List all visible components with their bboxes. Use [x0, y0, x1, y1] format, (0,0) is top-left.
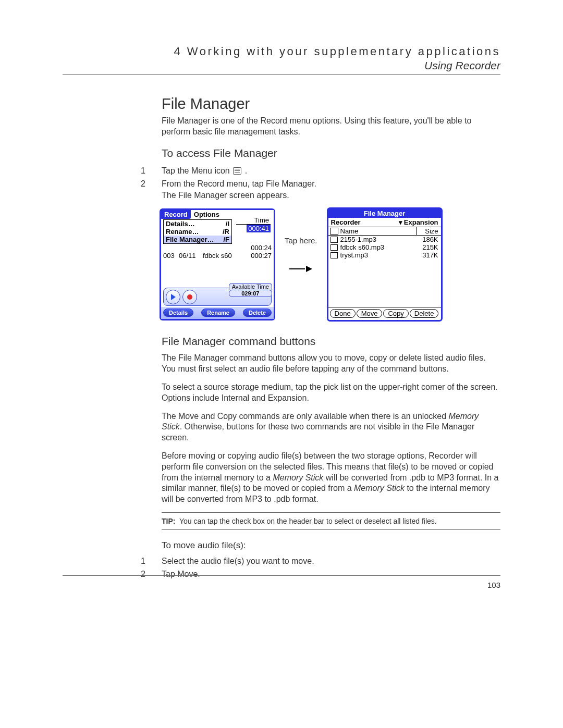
playback-controls: Available Time 029:07 [163, 288, 272, 306]
move-step-2: Tap Move. [162, 568, 500, 580]
menu-item-details[interactable]: Details… /I [164, 220, 231, 228]
file-checkbox[interactable] [331, 237, 338, 243]
col-size: Size [417, 227, 439, 235]
step-1: Tap the Menu icon . [162, 165, 500, 177]
footer-rule [63, 575, 500, 576]
cmd-paragraph-3: The Move and Copy commands are only avai… [162, 411, 500, 443]
file-row[interactable]: 2155-1.mp3 186K [328, 236, 441, 243]
step-2: From the Record menu, tap File Manager. … [162, 178, 500, 202]
time-selected: 000:41 [247, 225, 271, 232]
intro-paragraph: File Manager is one of the Record menu o… [162, 116, 500, 138]
copy-button[interactable]: Copy [383, 309, 408, 318]
done-button[interactable]: Done [330, 309, 356, 318]
menu-item-file-manager[interactable]: File Manager… /F [164, 236, 231, 243]
file-row[interactable]: tryst.mp3 317K [328, 251, 441, 259]
subheading-access: To access File Manager [162, 147, 500, 159]
menu-icon [233, 167, 241, 175]
record-button[interactable] [182, 290, 197, 304]
tip-label: TIP: [162, 517, 175, 525]
tap-here-label: Tap here. [285, 236, 317, 245]
file-checkbox[interactable] [331, 252, 338, 258]
file-checkbox[interactable] [331, 244, 338, 251]
select-all-checkbox[interactable] [330, 228, 338, 235]
record-dropdown: Details… /I Rename… /R File Manager… /F [163, 219, 232, 244]
record-screen: Record Options Details… /I Rename… /R Fi… [160, 208, 275, 320]
step-2-note: The File Manager screen appears. [162, 190, 500, 201]
subheading-command-buttons: File Manager command buttons [162, 335, 500, 348]
fm-title: File Manager [328, 209, 441, 218]
available-time-value: 029:07 [229, 290, 272, 297]
header-rule [63, 74, 500, 75]
file-manager-screen: File Manager Recorder Expansion Name Siz… [327, 207, 443, 322]
fm-source-picker[interactable]: Expansion [399, 218, 438, 226]
cmd-paragraph-4: Before moving or copying audio file(s) b… [162, 451, 500, 505]
menu-item-rename[interactable]: Rename… /R [164, 228, 231, 236]
chapter-subtitle: Using Recorder [63, 59, 500, 72]
arrow-icon [289, 266, 312, 272]
file-row[interactable]: fdbck s60.mp3 215K [328, 243, 441, 251]
play-button[interactable] [166, 290, 180, 304]
col-name: Name [340, 227, 417, 235]
details-button[interactable]: Details [163, 309, 193, 317]
time-header: Time [236, 216, 271, 225]
tab-options[interactable]: Options [191, 210, 223, 219]
tip-box: TIP: You can tap the check box on the he… [162, 512, 500, 530]
page-number: 103 [487, 581, 500, 589]
cmd-paragraph-2: To select a source storage medium, tap t… [162, 382, 500, 404]
cmd-paragraph-1: The File Manager command buttons allow y… [162, 353, 500, 375]
delete-button[interactable]: Delete [243, 309, 272, 317]
rename-button[interactable]: Rename [201, 309, 235, 317]
move-button[interactable]: Move [357, 309, 383, 318]
subheading-move: To move audio file(s): [162, 540, 500, 551]
fm-delete-button[interactable]: Delete [410, 309, 439, 318]
fm-app-label: Recorder [331, 218, 361, 226]
tab-record[interactable]: Record [161, 210, 191, 219]
available-time-label: Available Time [229, 283, 272, 290]
list-row: 003 06/11 fdbck s60 000:27 [161, 252, 274, 260]
list-row: 000:24 [161, 244, 274, 252]
play-icon [171, 294, 176, 300]
record-icon [187, 294, 192, 300]
section-title: File Manager [162, 95, 500, 113]
tip-text: You can tap the check box on the header … [179, 517, 437, 525]
chapter-heading: 4 Working with your supplementary applic… [63, 45, 500, 58]
move-step-1: Select the audio file(s) you want to mov… [162, 555, 500, 567]
